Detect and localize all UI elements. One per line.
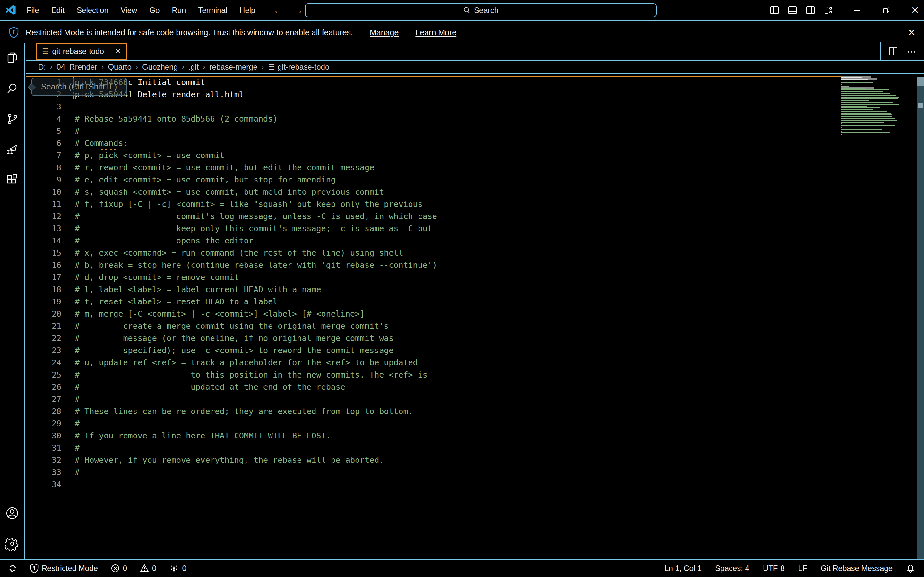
status-spaces-4[interactable]: Spaces: 4 bbox=[715, 564, 750, 573]
overview-ruler-scrollbar[interactable] bbox=[917, 77, 924, 559]
split-editor-icon[interactable] bbox=[888, 46, 898, 56]
code-line[interactable]: 6# Commands: bbox=[26, 137, 841, 149]
code-line[interactable]: 10# s, squash <commit> = use commit, but… bbox=[26, 186, 841, 198]
status-utf-8[interactable]: UTF-8 bbox=[763, 564, 785, 573]
menu-run[interactable]: Run bbox=[166, 0, 192, 20]
status-bell[interactable] bbox=[906, 564, 915, 573]
more-actions-icon[interactable]: ⋯ bbox=[907, 46, 917, 57]
menu-terminal[interactable]: Terminal bbox=[192, 0, 233, 20]
menu-edit[interactable]: Edit bbox=[45, 0, 71, 20]
code-line[interactable]: 27# bbox=[26, 393, 841, 405]
breadcrumb-item[interactable]: rebase-merge bbox=[208, 63, 258, 71]
toggle-primary-sidebar-icon[interactable] bbox=[766, 0, 783, 20]
explorer-icon[interactable] bbox=[0, 43, 24, 73]
status-git-rebase-message[interactable]: Git Rebase Message bbox=[821, 564, 893, 573]
status-warning[interactable]: 0 bbox=[140, 564, 156, 573]
learn-more-link[interactable]: Learn More bbox=[415, 28, 456, 37]
code-area[interactable]: 1pick 734668c Initial commit2pick 5a5944… bbox=[26, 76, 841, 490]
minimap-line bbox=[841, 127, 917, 128]
code-line[interactable]: 15# x, exec <command> = run command (the… bbox=[26, 247, 841, 259]
status-lf[interactable]: LF bbox=[798, 564, 807, 573]
editor-body[interactable]: 1pick 734668c Initial commit2pick 5a5944… bbox=[26, 76, 924, 559]
code-line[interactable]: 30# If you remove a line here THAT COMMI… bbox=[26, 429, 841, 442]
line-number: 25 bbox=[26, 370, 61, 379]
code-line[interactable]: 22# message (or the oneline, if no origi… bbox=[26, 332, 841, 344]
extensions-icon[interactable] bbox=[0, 164, 24, 195]
code-line[interactable]: 13# keep only this commit's message; -c … bbox=[26, 222, 841, 234]
code-line[interactable]: 20# m, merge [-C <commit> | -c <commit>]… bbox=[26, 308, 841, 320]
breadcrumb-item[interactable]: .git bbox=[187, 63, 200, 71]
code-line[interactable]: 24# u, update-ref <ref> = track a placeh… bbox=[26, 356, 841, 369]
code-line[interactable]: 7# p, pick <commit> = use commit bbox=[26, 149, 841, 161]
code-line[interactable]: 18# l, label <label> = label current HEA… bbox=[26, 283, 841, 295]
minimap[interactable] bbox=[841, 77, 917, 138]
line-number: 9 bbox=[26, 175, 61, 184]
code-line[interactable]: 4# Rebase 5a59441 onto 85db566 (2 comman… bbox=[26, 113, 841, 125]
code-line[interactable]: 17# d, drop <commit> = remove commit bbox=[26, 271, 841, 283]
code-line-text: # updated at the end of the rebase bbox=[75, 382, 345, 392]
code-line[interactable]: 21# create a merge commit using the orig… bbox=[26, 320, 841, 332]
code-line[interactable]: 11# f, fixup [-C | -c] <commit> = like "… bbox=[26, 198, 841, 210]
menu-file[interactable]: File bbox=[21, 0, 45, 20]
line-number: 12 bbox=[26, 212, 61, 221]
code-line[interactable]: 2pick 5a59441 Delete render_all.html bbox=[26, 88, 841, 100]
breadcrumb-item[interactable]: ☰git-rebase-todo bbox=[267, 63, 331, 71]
code-line[interactable]: 3 bbox=[26, 100, 841, 113]
close-window-icon[interactable]: ✕ bbox=[906, 0, 924, 20]
minimize-icon[interactable] bbox=[848, 0, 866, 20]
status-remote[interactable] bbox=[8, 564, 17, 573]
run-and-debug-icon[interactable] bbox=[0, 134, 24, 164]
toggle-panel-icon[interactable] bbox=[783, 0, 801, 20]
menu-help[interactable]: Help bbox=[233, 0, 261, 20]
settings-gear-icon[interactable] bbox=[0, 528, 24, 559]
command-center-search[interactable]: Search bbox=[305, 3, 657, 17]
back-arrow-icon[interactable]: ← bbox=[273, 0, 283, 20]
code-line[interactable]: 25# to this position in the new commits.… bbox=[26, 369, 841, 381]
code-line[interactable]: 34 bbox=[26, 478, 841, 490]
code-line[interactable]: 1pick 734668c Initial commit bbox=[26, 76, 841, 88]
scrollbar-thumb[interactable] bbox=[917, 77, 924, 86]
restore-icon[interactable] bbox=[877, 0, 895, 20]
forward-arrow-icon[interactable]: → bbox=[293, 0, 303, 20]
breadcrumb-item[interactable]: Guozheng bbox=[141, 63, 179, 71]
tab-label: git-rebase-todo bbox=[52, 47, 104, 56]
title-bar: FileEditSelectionViewGoRunTerminalHelp ←… bbox=[0, 0, 924, 21]
line-number: 32 bbox=[26, 455, 61, 465]
code-line[interactable]: 9# e, edit <commit> = use commit, but st… bbox=[26, 174, 841, 186]
status-shield[interactable]: Restricted Mode bbox=[30, 564, 98, 573]
status-ln-1-col-1[interactable]: Ln 1, Col 1 bbox=[664, 564, 701, 573]
menu-selection[interactable]: Selection bbox=[71, 0, 115, 20]
breadcrumb-item[interactable]: D: bbox=[37, 63, 47, 71]
source-control-icon[interactable] bbox=[0, 103, 24, 134]
code-line[interactable]: 31# bbox=[26, 442, 841, 454]
menu-view[interactable]: View bbox=[115, 0, 144, 20]
toggle-secondary-sidebar-icon[interactable] bbox=[801, 0, 819, 20]
line-number: 26 bbox=[26, 382, 61, 392]
code-line[interactable]: 12# commit's log message, unless -C is u… bbox=[26, 210, 841, 222]
code-line[interactable]: 8# r, reword <commit> = use commit, but … bbox=[26, 161, 841, 174]
breadcrumb-item[interactable]: Quarto bbox=[107, 63, 132, 71]
menu-go[interactable]: Go bbox=[143, 0, 166, 20]
code-line[interactable]: 5# bbox=[26, 125, 841, 137]
code-line[interactable]: 19# t, reset <label> = reset HEAD to a l… bbox=[26, 295, 841, 308]
banner-close-icon[interactable]: ✕ bbox=[908, 27, 916, 38]
customize-layout-icon[interactable] bbox=[819, 0, 837, 20]
code-line[interactable]: 28# These lines can be re-ordered; they … bbox=[26, 405, 841, 417]
code-line[interactable]: 14# opens the editor bbox=[26, 234, 841, 247]
breadcrumb-item[interactable]: 04_Rrender bbox=[55, 63, 99, 71]
search-icon bbox=[463, 6, 471, 14]
search-sidebar-icon[interactable] bbox=[0, 73, 24, 103]
code-line[interactable]: 29# bbox=[26, 417, 841, 429]
status-broadcast[interactable]: 0 bbox=[169, 564, 186, 573]
tab-git-rebase-todo[interactable]: ☰ git-rebase-todo ✕ bbox=[36, 43, 127, 60]
code-line[interactable]: 32# However, if you remove everything, t… bbox=[26, 454, 841, 466]
code-line[interactable]: 16# b, break = stop here (continue rebas… bbox=[26, 259, 841, 271]
code-line[interactable]: 26# updated at the end of the rebase bbox=[26, 381, 841, 393]
tab-close-icon[interactable]: ✕ bbox=[115, 47, 121, 55]
code-line[interactable]: 33# bbox=[26, 466, 841, 478]
line-number: 33 bbox=[26, 467, 61, 477]
status-error[interactable]: 0 bbox=[111, 564, 127, 573]
code-line[interactable]: 23# specified); use -c <commit> to rewor… bbox=[26, 344, 841, 356]
accounts-icon[interactable] bbox=[0, 498, 24, 528]
manage-link[interactable]: Manage bbox=[370, 28, 399, 37]
